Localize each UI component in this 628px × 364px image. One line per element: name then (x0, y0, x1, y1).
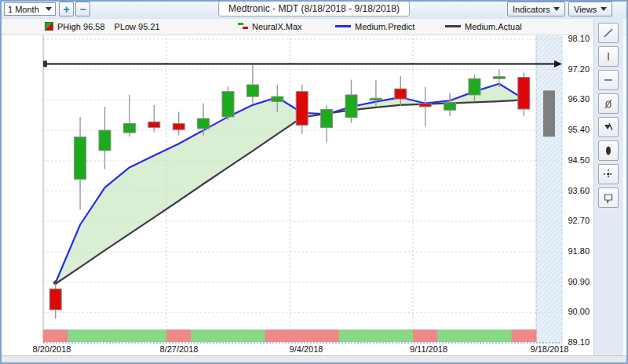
phigh-label: PHigh 96.58 (57, 22, 105, 31)
sentiment-segment (389, 329, 414, 342)
indicators-button[interactable]: Indicators (507, 2, 565, 16)
pencil-off-tool-button[interactable] (598, 93, 619, 114)
candle-body (395, 89, 407, 99)
drawing-toolbar (593, 19, 623, 355)
candle (222, 86, 234, 120)
ellipse-tool-button[interactable] (598, 140, 619, 161)
actual-line-icon (445, 25, 461, 27)
sentiment-segment (142, 329, 167, 342)
candle-body (419, 104, 431, 107)
x-axis-label: 9/4/2018 (290, 344, 323, 354)
forecast-band (536, 35, 562, 343)
zoom-in-button[interactable]: + (59, 2, 74, 16)
y-axis-label: 95.40 (568, 125, 590, 134)
sentiment-segment (339, 329, 364, 342)
candle-body (75, 137, 86, 180)
legend-item-predict[interactable]: Medium.Predict (335, 21, 414, 31)
sentiment-segment (117, 329, 142, 342)
chevron-down-icon (46, 7, 52, 11)
plow-label: PLow 95.21 (115, 22, 160, 31)
candle (345, 80, 357, 123)
sentiment-segment (290, 329, 315, 342)
candle-body (321, 109, 333, 127)
candle (148, 105, 160, 132)
candle-body (49, 289, 61, 310)
sentiment-segment (166, 329, 192, 342)
pen-tool-button[interactable] (598, 117, 619, 137)
predict-label: Medium.Predict (355, 22, 414, 31)
candle-body (296, 92, 308, 126)
callout-tool-button[interactable] (598, 187, 619, 208)
prediction-range-bar (543, 90, 555, 136)
horizontal-scrollbar[interactable] (0, 355, 628, 364)
candle-body (173, 124, 184, 130)
candle (99, 107, 111, 169)
trend-line-tool-button[interactable] (598, 23, 619, 43)
candle-body (444, 103, 456, 110)
candle-body (370, 98, 382, 100)
x-axis-label: 9/18/2018 (531, 344, 569, 354)
actual-label: Medium.Actual (465, 22, 522, 31)
y-axis-label: 92.70 (568, 216, 590, 225)
sentiment-segment (413, 329, 438, 342)
legend-bar: PHigh 96.58 PLow 95.21 NeuralX.Max Mediu… (0, 19, 628, 35)
legend-item-phigh-plow[interactable]: PHigh 96.58 PLow 95.21 (45, 21, 160, 31)
candle (419, 87, 431, 126)
neuralx-icon (238, 23, 248, 30)
sentiment-segment (462, 329, 487, 342)
candle-body (493, 77, 505, 79)
candle-body (99, 130, 111, 151)
zoom-out-button[interactable]: − (75, 2, 90, 16)
crosshair-tool-button[interactable] (598, 164, 619, 184)
neuralx-label: NeuralX.Max (252, 22, 302, 31)
candle (444, 93, 456, 116)
candle-body (345, 95, 357, 118)
sentiment-segment (68, 329, 93, 342)
range-select[interactable]: 1 Month (4, 2, 56, 16)
candle (296, 85, 308, 133)
top-toolbar: 1 Month + − Medtronic - MDT (8/18/2018 -… (0, 0, 628, 20)
candle-body (222, 92, 234, 117)
vertical-line-tool-button[interactable] (598, 46, 619, 67)
range-select-value: 1 Month (8, 5, 39, 14)
sentiment-segment (216, 329, 241, 342)
candle-body (246, 85, 258, 96)
legend-item-actual[interactable]: Medium.Actual (445, 21, 522, 31)
candle (246, 64, 258, 103)
views-label: Views (574, 5, 597, 14)
sentiment-segment (191, 329, 216, 342)
chevron-down-icon (553, 7, 560, 11)
sentiment-segment (314, 329, 339, 342)
x-axis-label: 8/20/2018 (33, 344, 71, 354)
x-axis-label: 8/27/2018 (160, 344, 199, 354)
annotation-handle[interactable] (43, 60, 47, 67)
indicators-label: Indicators (513, 5, 550, 14)
y-axis-label: 93.60 (568, 186, 590, 195)
candle-body (123, 124, 135, 133)
sentiment-segment (93, 329, 118, 342)
horizontal-line-tool-button[interactable] (598, 70, 619, 90)
y-axis-label: 90.90 (568, 277, 590, 286)
y-axis-label: 94.50 (568, 155, 590, 165)
x-axis: 8/20/20188/27/20189/4/20189/11/20189/18/… (0, 344, 628, 355)
price-chart[interactable] (0, 0, 628, 364)
y-axis: 98.1097.2096.3095.4094.5093.6092.7091.80… (562, 0, 592, 364)
candle-body (272, 96, 283, 101)
candle (173, 111, 184, 135)
candle (321, 105, 333, 142)
predict-line-icon (335, 25, 351, 27)
phigh-plow-icon (45, 22, 53, 31)
sentiment-segment (265, 329, 290, 342)
x-axis-label: 9/11/2018 (410, 344, 447, 354)
candle-body (518, 78, 530, 109)
y-axis-label: 90.00 (568, 307, 590, 316)
y-axis-label: 96.30 (568, 94, 590, 104)
legend-item-neuralx[interactable]: NeuralX.Max (238, 21, 302, 31)
sentiment-segment (43, 329, 68, 342)
candle-body (148, 122, 160, 127)
views-button[interactable]: Views (568, 2, 612, 16)
candle (49, 284, 61, 318)
y-axis-label: 97.20 (568, 64, 590, 74)
candle-body (469, 78, 480, 95)
chevron-down-icon (601, 7, 607, 11)
